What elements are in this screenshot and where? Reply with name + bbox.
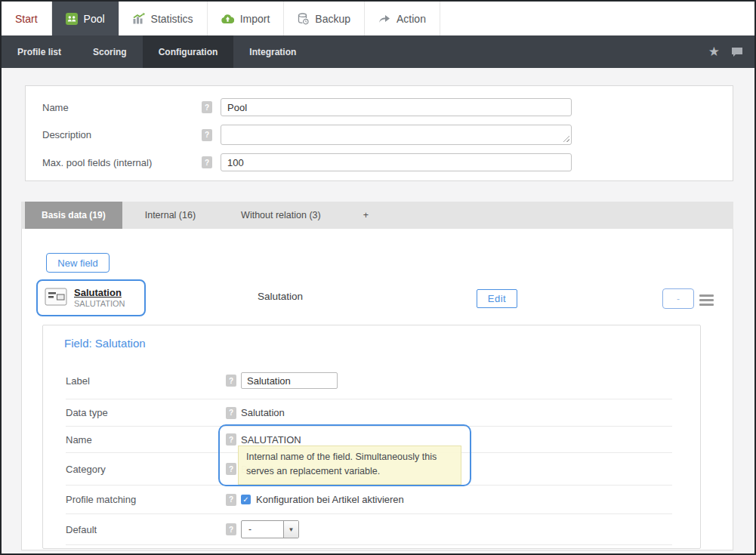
tab-basis-data-label: Basis data (19) [42,210,106,220]
selected-field-internal-name: SALUTATION [74,299,125,310]
pool-max-fields-label: Max. pool fields (internal) [42,157,202,168]
subnav-actions: ★ [708,35,754,68]
nav-tab-pool[interactable]: Pool [52,2,119,35]
subnav-integration-label: Integration [249,47,296,57]
detail-default-row: Default ? - ▼ [66,514,672,545]
detail-name-label: Name [66,434,226,446]
nav-tab-backup-label: Backup [315,13,350,25]
detail-label-input[interactable] [241,372,338,389]
selected-field-card[interactable]: Salutation SALUTATION [36,279,146,316]
help-icon[interactable]: ? [226,463,236,475]
detail-profile-matching-row: Profile matching ? ✓ Konfiguration bei A… [66,486,672,514]
pool-description-wrap [221,125,572,145]
tab-without-relation-label: Without relation (3) [241,210,321,220]
nav-tab-statistics-label: Statistics [151,13,193,25]
tab-basis-data[interactable]: Basis data (19) [25,202,122,229]
help-icon[interactable]: ? [202,129,212,141]
name-field-tooltip: Internal name of the field. Simultaneous… [238,446,461,485]
selected-field-title: Salutation [74,287,125,299]
nav-tab-import[interactable]: Import [208,2,285,35]
field-row-display-name: Salutation [258,291,303,302]
edit-button[interactable]: Edit [477,289,517,308]
order-dropdown[interactable]: - [662,288,694,309]
pool-icon [66,13,78,25]
default-select-value: - [242,521,283,538]
help-icon[interactable]: ? [226,375,236,387]
field-type-icon [45,288,67,309]
cloud-upload-icon [221,14,234,24]
nav-tab-start[interactable]: Start [2,2,52,35]
help-icon[interactable]: ? [226,433,236,446]
field-detail-panel: Field: Salutation Label ? Data type ? Sa… [42,325,701,549]
selected-field-texts: Salutation SALUTATION [74,287,125,310]
detail-name-value: SALUTATION [241,434,301,446]
new-field-button[interactable]: New field [46,253,110,273]
subnav-item-integration[interactable]: Integration [233,35,312,68]
subnav-configuration-label: Configuration [159,47,218,57]
help-icon[interactable]: ? [226,407,236,419]
profile-matching-checkbox[interactable]: ✓ [241,495,251,504]
subnav-item-scoring[interactable]: Scoring [77,35,143,68]
detail-category-label: Category [66,464,226,475]
pool-max-fields-input[interactable] [221,153,572,171]
detail-label-label: Label [66,375,226,387]
help-icon[interactable]: ? [202,101,212,113]
default-select[interactable]: - ▼ [241,520,299,538]
help-icon[interactable]: ? [202,156,212,168]
nav-tab-start-label: Start [15,13,38,25]
field-category-tabstrip: Basis data (19) Internal (16) Without re… [21,202,733,229]
main-content: Name ? Description ? Max. pool fields (i… [2,68,754,553]
detail-default-label: Default [66,524,226,535]
help-icon[interactable]: ? [226,523,236,535]
help-icon[interactable]: ? [226,494,236,506]
subnav-scoring-label: Scoring [93,47,127,57]
pool-description-row: Description ? [42,125,733,145]
fields-panel: New field Salutation SALUTATION Salutati… [21,229,733,550]
subnav-profile-list-label: Profile list [17,47,61,57]
tab-internal[interactable]: Internal (16) [122,202,218,229]
comment-icon[interactable] [731,47,743,57]
favorite-star-icon[interactable]: ★ [708,45,720,58]
detail-profile-matching-label: Profile matching [66,494,226,505]
detail-label-row: Label ? [66,362,672,399]
detail-data-type-value: Salutation [241,407,285,418]
field-detail-heading: Field: Salutation [64,337,700,350]
sub-nav: Profile list Scoring Configuration Integ… [2,35,754,68]
nav-tab-import-label: Import [240,13,270,25]
pool-max-fields-row: Max. pool fields (internal) ? [42,153,733,171]
backup-database-icon [298,13,309,25]
tab-internal-label: Internal (16) [145,210,196,220]
nav-tab-statistics[interactable]: Statistics [119,2,208,35]
app-window: Start Pool Statistics Import Backup [0,0,756,555]
nav-tab-action[interactable]: Action [365,2,440,35]
subnav-item-configuration[interactable]: Configuration [143,35,234,68]
subnav-item-profile-list[interactable]: Profile list [2,35,77,68]
nav-tab-pool-label: Pool [84,13,105,25]
pool-description-label: Description [42,129,202,140]
detail-data-type-row: Data type ? Salutation [66,399,672,427]
profile-matching-checkbox-label: Konfiguration bei Artikel aktivieren [256,494,404,505]
action-arrow-icon [378,14,390,23]
detail-data-type-label: Data type [66,407,226,418]
tab-add-label: + [363,210,369,220]
drag-handle-icon[interactable] [699,294,714,308]
pool-name-input[interactable] [221,98,572,116]
tab-without-relation[interactable]: Without relation (3) [218,202,344,229]
dropdown-arrow-icon: ▼ [283,521,298,538]
nav-tab-action-label: Action [397,13,426,25]
tab-add-button[interactable]: + [344,202,388,229]
pool-settings-card: Name ? Description ? Max. pool fields (i… [25,85,733,181]
pool-description-textarea[interactable] [221,125,572,145]
pool-name-label: Name [42,102,202,113]
pool-name-row: Name ? [42,98,733,116]
nav-tab-backup[interactable]: Backup [284,2,365,35]
statistics-icon [133,13,145,24]
top-nav: Start Pool Statistics Import Backup [2,2,754,35]
